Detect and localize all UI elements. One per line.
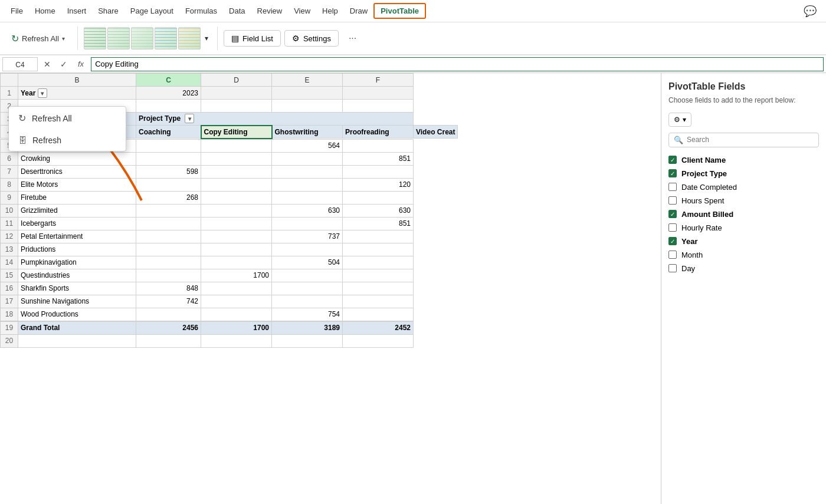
data-cell[interactable] bbox=[272, 269, 343, 282]
data-cell[interactable] bbox=[201, 243, 272, 256]
client-name-cell[interactable]: Sunshine Navigations bbox=[18, 295, 136, 308]
col-header-c[interactable]: C bbox=[136, 74, 201, 87]
data-cell[interactable]: 1700 bbox=[201, 269, 272, 282]
data-cell[interactable] bbox=[343, 165, 414, 178]
data-cell[interactable] bbox=[343, 295, 414, 308]
data-cell[interactable] bbox=[343, 230, 414, 243]
menu-item-share[interactable]: Share bbox=[92, 4, 124, 18]
data-cell[interactable] bbox=[201, 152, 272, 165]
pivot-search-input[interactable] bbox=[687, 136, 814, 144]
style-box-3[interactable] bbox=[131, 27, 153, 50]
formula-confirm-button[interactable]: ✓ bbox=[57, 60, 71, 69]
data-cell[interactable] bbox=[136, 230, 201, 243]
styles-dropdown-button[interactable]: ▾ bbox=[202, 32, 211, 44]
data-cell[interactable] bbox=[201, 165, 272, 178]
row-num-cell[interactable]: 8 bbox=[1, 178, 18, 191]
data-cell[interactable] bbox=[201, 191, 272, 204]
data-cell[interactable] bbox=[272, 217, 343, 230]
data-cell[interactable] bbox=[343, 282, 414, 295]
data-cell[interactable]: 848 bbox=[136, 282, 201, 295]
style-box-5[interactable] bbox=[178, 27, 201, 50]
data-cell[interactable] bbox=[272, 282, 343, 295]
col-header-b[interactable]: B bbox=[18, 74, 136, 87]
row-num-cell[interactable]: 17 bbox=[1, 295, 18, 308]
field-checkbox-amount_billed[interactable]: ✓ bbox=[668, 210, 677, 218]
data-cell[interactable] bbox=[136, 308, 201, 321]
field-checkbox-year[interactable]: ✓ bbox=[668, 237, 677, 245]
data-cell[interactable] bbox=[272, 295, 343, 308]
field-checkbox-project_type[interactable]: ✓ bbox=[668, 169, 677, 177]
data-cell[interactable] bbox=[272, 152, 343, 165]
cell-reference[interactable]: C4 bbox=[2, 57, 38, 71]
col-header-f[interactable]: F bbox=[343, 74, 414, 87]
field-checkbox-client_name[interactable]: ✓ bbox=[668, 156, 677, 164]
row-num-cell[interactable]: 11 bbox=[1, 217, 18, 230]
data-cell[interactable] bbox=[343, 139, 414, 152]
row-num-cell[interactable]: 16 bbox=[1, 282, 18, 295]
field-item-hours_spent[interactable]: Hours Spent bbox=[668, 194, 819, 207]
data-cell[interactable] bbox=[201, 178, 272, 191]
row-num-cell[interactable]: 9 bbox=[1, 191, 18, 204]
field-checkbox-hourly_rate[interactable] bbox=[668, 223, 677, 232]
menu-item-insert[interactable]: Insert bbox=[61, 4, 93, 18]
menu-item-page-layout[interactable]: Page Layout bbox=[124, 4, 179, 18]
data-cell[interactable] bbox=[343, 191, 414, 204]
menu-item-data[interactable]: Data bbox=[223, 4, 251, 18]
data-cell[interactable]: 504 bbox=[272, 256, 343, 269]
data-cell[interactable] bbox=[136, 152, 201, 165]
data-cell[interactable] bbox=[201, 204, 272, 217]
data-cell[interactable]: 737 bbox=[272, 230, 343, 243]
menu-item-pivottable[interactable]: PivotTable bbox=[373, 3, 426, 19]
style-box-4[interactable] bbox=[155, 27, 177, 50]
data-cell[interactable] bbox=[136, 178, 201, 191]
pivot-gear-button[interactable]: ⚙ ▾ bbox=[668, 113, 691, 127]
style-box-1[interactable] bbox=[84, 27, 106, 50]
menu-item-formulas[interactable]: Formulas bbox=[179, 4, 223, 18]
client-name-cell[interactable]: Petal Entertainment bbox=[18, 230, 136, 243]
data-cell[interactable] bbox=[343, 308, 414, 321]
data-cell[interactable]: 742 bbox=[136, 295, 201, 308]
chat-icon[interactable]: 💬 bbox=[799, 2, 821, 20]
data-cell[interactable] bbox=[201, 282, 272, 295]
data-cell[interactable] bbox=[136, 139, 201, 152]
row-num-cell[interactable]: 13 bbox=[1, 243, 18, 256]
year-filter-button[interactable]: ▾ bbox=[38, 88, 47, 98]
data-cell[interactable]: 120 bbox=[343, 178, 414, 191]
data-cell[interactable] bbox=[272, 178, 343, 191]
field-item-client_name[interactable]: ✓Client Name bbox=[668, 153, 819, 167]
row-num-cell[interactable]: 14 bbox=[1, 256, 18, 269]
data-cell[interactable]: 268 bbox=[136, 191, 201, 204]
dropdown-refresh-all[interactable]: ↻ Refresh All bbox=[9, 107, 126, 130]
data-cell[interactable] bbox=[201, 139, 272, 152]
data-cell[interactable] bbox=[136, 243, 201, 256]
data-cell[interactable]: 630 bbox=[272, 204, 343, 217]
data-cell[interactable] bbox=[201, 256, 272, 269]
formula-cancel-button[interactable]: ✕ bbox=[40, 60, 54, 69]
data-cell[interactable] bbox=[343, 243, 414, 256]
field-item-project_type[interactable]: ✓Project Type bbox=[668, 167, 819, 180]
field-checkbox-month[interactable] bbox=[668, 251, 677, 259]
data-cell[interactable]: 564 bbox=[272, 139, 343, 152]
data-cell[interactable]: 851 bbox=[343, 217, 414, 230]
menu-item-help[interactable]: Help bbox=[316, 4, 344, 18]
year-value[interactable]: 2023 bbox=[136, 87, 201, 100]
row-num-cell[interactable]: 18 bbox=[1, 308, 18, 321]
col-header-e[interactable]: E bbox=[272, 74, 343, 87]
data-cell[interactable] bbox=[272, 191, 343, 204]
client-name-cell[interactable]: Firetube bbox=[18, 191, 136, 204]
client-name-cell[interactable]: Deserttronics bbox=[18, 165, 136, 178]
data-cell[interactable] bbox=[272, 243, 343, 256]
row-num-cell[interactable]: 10 bbox=[1, 204, 18, 217]
menu-item-draw[interactable]: Draw bbox=[344, 4, 373, 18]
data-cell[interactable] bbox=[136, 256, 201, 269]
row-num-cell[interactable]: 6 bbox=[1, 152, 18, 165]
field-item-year[interactable]: ✓Year bbox=[668, 235, 819, 248]
col-header-d[interactable]: D bbox=[201, 74, 272, 87]
data-cell[interactable] bbox=[201, 308, 272, 321]
client-name-cell[interactable]: Grizzlimited bbox=[18, 204, 136, 217]
field-item-date_completed[interactable]: Date Completed bbox=[668, 180, 819, 194]
data-cell[interactable] bbox=[201, 295, 272, 308]
data-cell[interactable]: 754 bbox=[272, 308, 343, 321]
settings-button[interactable]: ⚙ Settings bbox=[284, 30, 339, 47]
row-num-cell[interactable]: 12 bbox=[1, 230, 18, 243]
